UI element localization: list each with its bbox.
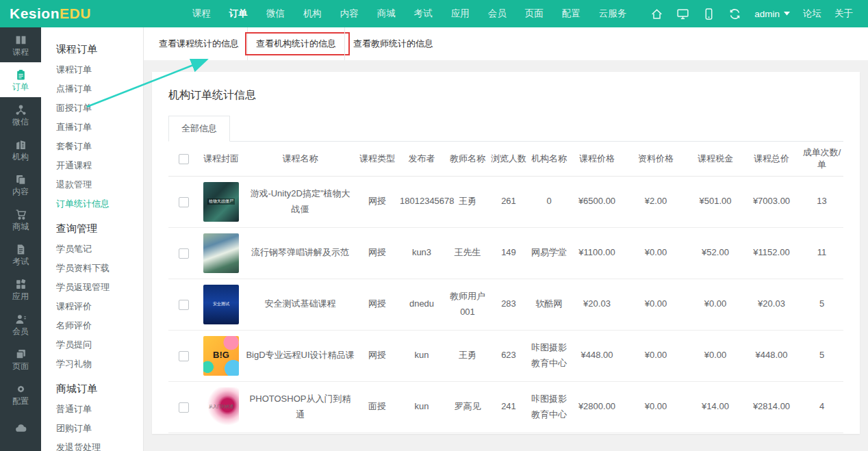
submenu-item[interactable]: 开通课程 [56, 156, 143, 175]
sidebar-item-content[interactable]: 内容 [0, 167, 41, 202]
submenu-item[interactable]: 团购订单 [56, 419, 143, 438]
sidebar-item-mall[interactable]: 商城 [0, 202, 41, 237]
top-nav-item[interactable]: 页面 [525, 8, 544, 20]
select-all-checkbox[interactable] [179, 154, 189, 164]
course-thumbnail: B!G [203, 336, 239, 376]
sidebar-item-organizations[interactable]: 机构 [0, 132, 41, 167]
sidebar-item-cloud[interactable] [0, 411, 41, 446]
cell-course-total: ¥1152.00 [743, 227, 800, 279]
top-nav-item[interactable]: 应用 [451, 8, 470, 20]
row-checkbox[interactable] [179, 300, 189, 310]
top-nav-item[interactable]: 订单 [229, 8, 248, 20]
top-nav-item[interactable]: 配置 [562, 8, 580, 20]
admin-menu[interactable]: admin [754, 9, 790, 19]
home-icon[interactable] [650, 8, 663, 21]
cell-views: 623 [489, 330, 528, 381]
thumbnail-text: 从入门到精通 [209, 404, 233, 410]
cell-course-name: 安全测试基础课程 [244, 279, 357, 330]
top-nav-item[interactable]: 云服务 [599, 8, 627, 20]
submenu-item: 课程订单 [56, 34, 143, 60]
submenu-item[interactable]: 普通订单 [56, 400, 143, 419]
cell-course-type: 网授 [357, 176, 398, 227]
sidebar-item-label: 商城 [12, 222, 29, 231]
share-network-icon [15, 104, 27, 116]
sidebar-item-pages[interactable]: 页面 [0, 342, 41, 376]
cell-course-total: ¥448.00 [743, 330, 800, 381]
cell-organization: 软酷网 [528, 279, 570, 330]
cell-organization: 网易学堂 [528, 227, 570, 279]
about-link[interactable]: 关于 [834, 8, 853, 20]
cell-publisher: kun3 [398, 227, 446, 279]
sidebar-item-label: 课程 [12, 48, 29, 56]
submenu-item[interactable]: 直播订单 [56, 118, 143, 137]
top-header: KesionEDU 课程订单微信机构内容商城考试应用会员页面配置云服务 admi… [0, 0, 868, 27]
top-nav-item[interactable]: 商城 [377, 8, 396, 20]
forum-link[interactable]: 论坛 [803, 8, 821, 20]
top-nav: 课程订单微信机构内容商城考试应用会员页面配置云服务 [192, 8, 627, 20]
grid-icon [15, 279, 27, 290]
app-logo: KesionEDU [10, 5, 91, 22]
mobile-icon[interactable] [702, 8, 715, 21]
submenu-item[interactable]: 学员提问 [56, 335, 143, 355]
submenu-item[interactable]: 发退货处理 [56, 438, 143, 451]
sidebar-item-exams[interactable]: 考试 [0, 237, 41, 272]
submenu-item[interactable]: 退款管理 [56, 175, 143, 194]
row-checkbox[interactable] [179, 197, 189, 207]
submenu-item[interactable]: 点播订单 [56, 79, 143, 99]
cell-order-count: 13 [800, 176, 843, 227]
cell-course-tax: ¥501.00 [688, 176, 743, 227]
logo-text-primary: Kesion [10, 5, 60, 21]
submenu-item[interactable]: 学员笔记 [56, 240, 143, 259]
submenu-item[interactable]: 学习礼物 [56, 355, 143, 374]
cell-publisher: dnedu [398, 279, 446, 330]
submenu-item[interactable]: 学员资料下载 [56, 259, 143, 278]
refresh-icon[interactable] [728, 8, 741, 21]
sidebar-item-settings[interactable]: 配置 [0, 376, 41, 411]
cell-select [168, 279, 199, 330]
cell-course-total: ¥20.03 [743, 279, 800, 330]
submenu-item[interactable]: 名师评价 [56, 316, 143, 335]
sidebar-item-label: 微信 [12, 118, 29, 126]
top-nav-item[interactable]: 内容 [340, 8, 359, 20]
top-nav-item[interactable]: 会员 [488, 8, 507, 20]
main-shell: 课程 订单 微信 机构 内容 商城 [0, 27, 868, 451]
submenu-item[interactable]: 课程订单 [56, 60, 143, 79]
row-checkbox[interactable] [179, 351, 189, 361]
tab-all-info[interactable]: 全部信息 [168, 116, 230, 142]
cell-course-tax: ¥52.00 [688, 227, 743, 279]
submenu-item[interactable]: 面授订单 [56, 99, 143, 118]
stat-tab[interactable]: 查看教师统计的信息 [344, 27, 442, 60]
submenu-item[interactable]: 订单统计信息 [56, 194, 143, 214]
column-header: 教师名称 [446, 142, 489, 176]
top-nav-item[interactable]: 考试 [414, 8, 433, 20]
cell-teacher: 教师用户001 [446, 279, 489, 330]
cell-course-type: 面授 [357, 381, 398, 433]
row-checkbox[interactable] [179, 248, 189, 259]
cell-course-tax: ¥0.00 [688, 279, 743, 330]
row-checkbox[interactable] [179, 402, 189, 413]
sidebar-item-label: 订单 [12, 83, 29, 91]
cell-cover [199, 227, 244, 279]
sidebar-item-apps[interactable]: 应用 [0, 272, 41, 307]
desktop-icon[interactable] [676, 8, 689, 21]
sidebar-item-wechat[interactable]: 微信 [0, 97, 41, 132]
submenu-item[interactable]: 学员返现管理 [56, 278, 143, 297]
top-nav-item[interactable]: 微信 [266, 8, 285, 20]
sidebar-item-members[interactable]: 会员 [0, 307, 41, 342]
top-nav-item[interactable]: 机构 [303, 8, 322, 20]
cell-order-count: 5 [800, 279, 843, 330]
sidebar-item-courses[interactable]: 课程 [0, 27, 41, 62]
sidebar-item-orders[interactable]: 订单 [0, 62, 41, 97]
column-header: 浏览人数 [489, 142, 528, 176]
cell-select [168, 176, 199, 227]
submenu-item[interactable]: 课程评价 [56, 297, 143, 316]
cell-course-price: ¥2800.00 [570, 381, 624, 433]
top-nav-item[interactable]: 课程 [192, 8, 211, 20]
pages-icon [15, 174, 27, 185]
stat-tab[interactable]: 查看机构统计的信息 [247, 27, 344, 60]
stat-tab[interactable]: 查看课程统计的信息 [151, 27, 247, 60]
cell-course-tax: ¥0.00 [688, 330, 743, 381]
table-row: 从入门到精通 PHOTOSHOP从入门到精通 面授 kun 罗高见 241 咔图… [168, 381, 843, 433]
cell-organization: 咔图摄影教育中心 [528, 330, 570, 381]
submenu-item[interactable]: 套餐订单 [56, 137, 143, 156]
